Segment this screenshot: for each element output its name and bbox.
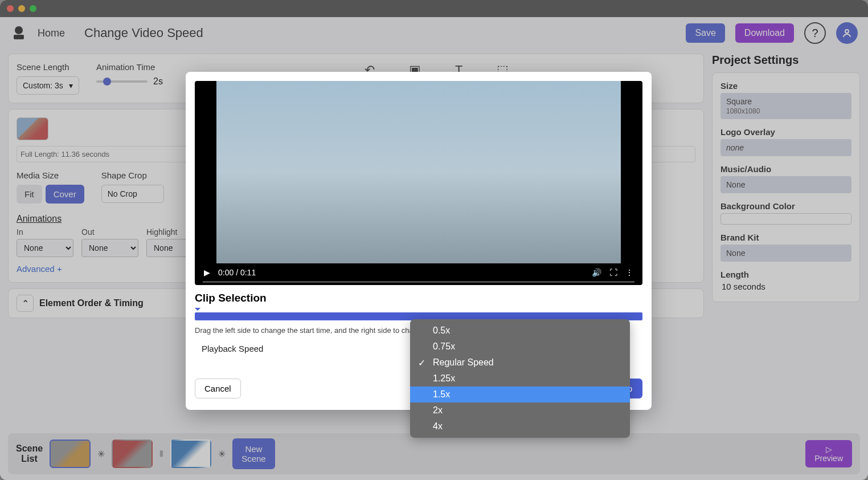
video-time: 0:00 / 0:11 [218, 268, 256, 277]
speed-option-2x[interactable]: 2x [410, 402, 630, 418]
speed-option-0_75x[interactable]: 0.75x [410, 339, 630, 355]
play-icon[interactable]: ▶ [204, 268, 210, 277]
playback-speed-dropdown: 0.5x 0.75x Regular Speed 1.25x 1.5x 2x 4… [410, 319, 630, 438]
speed-option-1_25x[interactable]: 1.25x [410, 371, 630, 387]
cancel-button[interactable]: Cancel [195, 379, 241, 398]
speed-option-1_5x[interactable]: 1.5x [410, 387, 630, 402]
speed-option-4x[interactable]: 4x [410, 418, 630, 434]
speed-option-0_5x[interactable]: 0.5x [410, 323, 630, 339]
volume-icon[interactable]: 🔊 [592, 268, 601, 277]
app-window: Home Change Video Speed Save Download ? … [0, 0, 868, 480]
video-frame [216, 81, 621, 263]
video-progress-bar[interactable] [203, 281, 634, 283]
video-preview[interactable]: ▶ 0:00 / 0:11 🔊 ⛶ ⋮ [195, 81, 642, 285]
speed-option-regular[interactable]: Regular Speed [410, 355, 630, 371]
fullscreen-icon[interactable]: ⛶ [609, 268, 617, 277]
clip-selection-title: Clip Selection [195, 292, 642, 304]
more-icon[interactable]: ⋮ [625, 268, 633, 277]
